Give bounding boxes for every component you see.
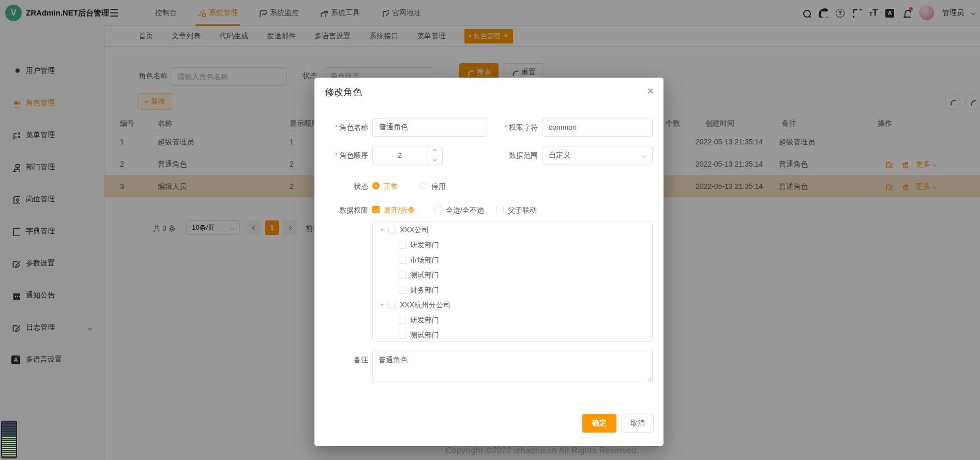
chevron-up-icon <box>432 149 436 152</box>
stepper-controls <box>427 146 442 164</box>
tree-node-dept[interactable]: 测试部门 <box>373 268 652 283</box>
role-sort-stepper[interactable]: 2 <box>372 146 443 165</box>
select-all-checkbox[interactable] <box>434 206 442 213</box>
tree-node-dept[interactable]: 市场部门 <box>373 253 652 268</box>
required-mark: * <box>505 123 507 131</box>
edit-role-dialog: 修改角色 ✕ *角色名称 *权限字符 *角色顺序 2 数据范围 自定义 状态 正… <box>314 78 664 446</box>
role-key-label: *权限字符 <box>484 123 538 132</box>
parent-child-link-label[interactable]: 父子联动 <box>508 206 537 215</box>
tree-checkbox[interactable] <box>399 242 406 249</box>
close-icon[interactable]: ✕ <box>647 86 654 97</box>
caret-down-icon[interactable] <box>380 229 384 231</box>
status-label: 状态 <box>314 182 368 191</box>
tree-checkbox[interactable] <box>399 272 406 279</box>
tree-node-company[interactable]: XXX公司 <box>373 222 652 238</box>
server-monitor-widget <box>1 421 17 458</box>
decrement-button[interactable] <box>427 155 442 164</box>
tree-node-branch-company[interactable]: XXX杭州分公司 <box>373 298 652 313</box>
expand-collapse-checkbox[interactable] <box>372 206 380 213</box>
data-scope-select[interactable]: 自定义 <box>542 146 653 165</box>
confirm-button[interactable]: 确定 <box>582 414 616 433</box>
tree-checkbox[interactable] <box>388 302 396 309</box>
increment-button[interactable] <box>427 146 442 155</box>
caret-down-icon[interactable] <box>380 304 384 306</box>
remark-textarea[interactable]: 普通角色 <box>372 351 653 382</box>
tree-checkbox[interactable] <box>399 287 406 294</box>
tree-node-dept[interactable]: 财务部门 <box>373 283 652 298</box>
status-radio-disabled-label[interactable]: 停用 <box>431 182 446 191</box>
server-rack-lights <box>2 437 16 457</box>
cancel-button[interactable]: 取消 <box>622 414 654 433</box>
department-tree: XXX公司 研发部门 市场部门 测试部门 财务部门 XXX杭州分公司 研发部门 <box>372 221 653 342</box>
role-key-value-input[interactable] <box>549 123 646 131</box>
tree-checkbox[interactable] <box>388 227 396 234</box>
parent-child-link-checkbox[interactable] <box>496 206 504 213</box>
required-mark: * <box>335 123 338 131</box>
tree-checkbox[interactable] <box>399 257 406 264</box>
data-scope-value: 自定义 <box>549 151 570 160</box>
data-permission-label: 数据权限 <box>314 206 368 215</box>
role-name-value-input[interactable] <box>379 123 480 131</box>
chevron-down-icon <box>642 153 647 158</box>
data-scope-label: 数据范围 <box>484 151 538 160</box>
role-name-field[interactable] <box>372 118 487 137</box>
tree-node-dept[interactable]: 测试部门 <box>373 328 652 342</box>
select-all-label[interactable]: 全选/全不选 <box>446 206 484 215</box>
tree-node-dept[interactable]: 研发部门 <box>373 238 652 253</box>
role-sort-value: 2 <box>373 146 427 164</box>
status-radio-disabled[interactable] <box>420 182 427 189</box>
tree-node-dept[interactable]: 研发部门 <box>373 313 652 328</box>
status-radio-normal-label[interactable]: 正常 <box>384 182 398 191</box>
remark-label: 备注 <box>314 355 368 365</box>
tree-checkbox[interactable] <box>399 317 406 324</box>
role-sort-label: *角色顺序 <box>314 151 368 160</box>
dialog-title: 修改角色 <box>325 86 362 98</box>
status-radio-normal[interactable] <box>372 182 380 189</box>
tree-checkbox[interactable] <box>399 332 406 339</box>
server-rack-art <box>2 422 16 437</box>
role-key-field[interactable] <box>542 118 653 137</box>
chevron-down-icon <box>432 158 436 161</box>
role-name-label: *角色名称 <box>314 123 368 132</box>
required-mark: * <box>335 151 338 159</box>
expand-collapse-label[interactable]: 展开/折叠 <box>384 206 415 215</box>
